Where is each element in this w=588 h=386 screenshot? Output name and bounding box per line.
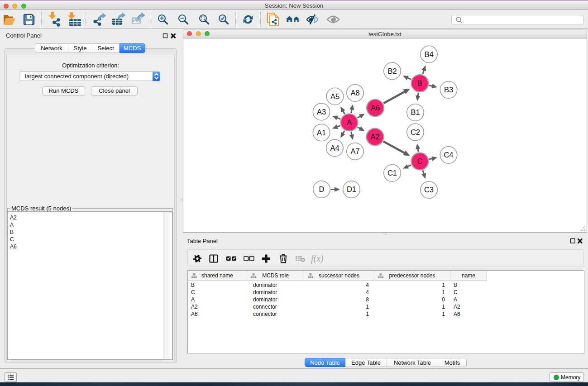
svg-text:C2: C2 xyxy=(411,128,420,136)
svg-text:f(x): f(x) xyxy=(311,253,324,264)
svg-text:A7: A7 xyxy=(350,147,359,155)
svg-text:A3: A3 xyxy=(317,108,326,116)
svg-text:A5: A5 xyxy=(330,92,339,100)
svg-text:B2: B2 xyxy=(387,67,397,75)
svg-text:A: A xyxy=(347,118,352,126)
svg-text:A6: A6 xyxy=(371,104,380,112)
svg-text:A8: A8 xyxy=(350,89,359,97)
svg-text:C3: C3 xyxy=(424,186,434,194)
svg-text:C4: C4 xyxy=(444,151,453,159)
svg-text:A4: A4 xyxy=(330,144,339,152)
svg-text:B1: B1 xyxy=(411,108,420,116)
svg-text:A1: A1 xyxy=(317,129,326,137)
svg-text:D: D xyxy=(319,185,325,193)
svg-text:B4: B4 xyxy=(424,50,433,58)
svg-text:C: C xyxy=(417,157,423,165)
svg-text:B: B xyxy=(417,79,422,87)
svg-text:D1: D1 xyxy=(347,185,356,193)
svg-text:C1: C1 xyxy=(387,169,397,177)
svg-text:A2: A2 xyxy=(370,133,379,141)
svg-text:B3: B3 xyxy=(444,86,453,94)
